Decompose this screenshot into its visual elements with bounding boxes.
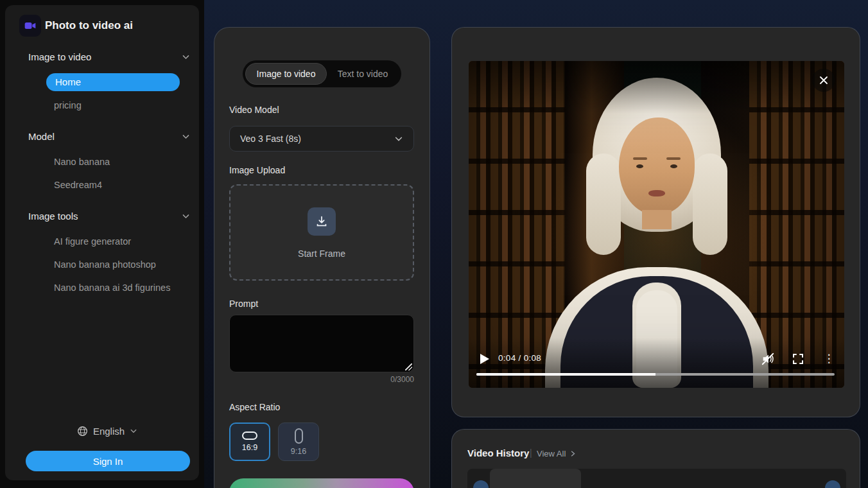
controls-shade: [469, 338, 844, 388]
chevron-down-icon: [182, 53, 190, 61]
sidebar: Photo to video ai Image to video Home pr…: [5, 5, 199, 480]
view-all-link[interactable]: View All: [537, 449, 577, 458]
history-thumbnail[interactable]: [490, 469, 581, 488]
portrait-ratio-icon: [295, 428, 303, 444]
chevron-down-icon: [182, 212, 190, 220]
aspect-ratio-value: 16:9: [242, 443, 257, 452]
sidebar-item-nano-banana-photoshop[interactable]: Nano banana photoshop: [54, 258, 189, 271]
chevron-down-icon: [394, 134, 403, 143]
prompt-input[interactable]: [229, 315, 414, 372]
view-all-label: View All: [537, 449, 566, 458]
tab-text-to-video[interactable]: Text to video: [327, 63, 399, 85]
generate-button[interactable]: [229, 478, 414, 488]
video-model-label: Video Model: [229, 105, 279, 115]
landscape-ratio-icon: [242, 431, 257, 440]
sidebar-section-model[interactable]: Model: [28, 130, 190, 143]
prompt-label: Prompt: [229, 299, 258, 309]
tab-image-to-video[interactable]: Image to video: [245, 63, 327, 85]
chevron-down-icon: [130, 427, 137, 435]
play-button[interactable]: [478, 352, 492, 366]
sidebar-item-home[interactable]: Home: [46, 73, 180, 91]
video-model-value: Veo 3 Fast (8s): [240, 134, 301, 144]
download-icon: [315, 214, 329, 229]
video-progress-bar[interactable]: [476, 373, 835, 376]
video-camera-icon: [24, 19, 37, 32]
close-icon: [819, 76, 828, 85]
play-icon: [480, 353, 490, 365]
upload-icon-button[interactable]: [308, 207, 336, 236]
video-player[interactable]: [469, 61, 844, 388]
sidebar-item-pricing[interactable]: pricing: [54, 99, 189, 112]
fullscreen-button[interactable]: [790, 351, 806, 367]
sidebar-item-seedream4[interactable]: Seedream4: [54, 179, 189, 191]
aspect-ratio-16-9-button[interactable]: 16:9: [229, 423, 270, 461]
sidebar-section-label: Image to video: [28, 51, 91, 62]
aspect-ratio-9-16-button[interactable]: 9:16: [278, 423, 319, 461]
video-history-title: Video History: [467, 448, 529, 458]
time-display: 0:04 / 0:08: [498, 353, 541, 363]
sidebar-item-nano-banana-3d-figurines[interactable]: Nano banana ai 3d figurines: [54, 281, 189, 294]
muted-speaker-icon: [761, 352, 775, 366]
video-progress-fill: [476, 373, 655, 376]
app-window: Photo to video ai Image to video Home pr…: [0, 0, 868, 488]
character-counter: 0/3000: [229, 375, 414, 384]
sidebar-section-image-to-video[interactable]: Image to video: [28, 50, 190, 63]
sidebar-item-nano-banana[interactable]: Nano banana: [54, 155, 189, 168]
language-label: English: [93, 426, 125, 437]
aspect-ratio-value: 9:16: [291, 447, 306, 456]
title-divider: |: [530, 448, 532, 458]
sidebar-section-label: Image tools: [28, 211, 78, 222]
kebab-menu-icon[interactable]: ⋮: [823, 351, 835, 367]
sidebar-section-label: Model: [28, 131, 55, 142]
app-title: Photo to video ai: [45, 19, 133, 32]
aspect-ratio-label: Aspect Ratio: [229, 402, 280, 412]
textarea-resize-handle[interactable]: [405, 363, 412, 370]
sign-in-button[interactable]: Sign In: [26, 451, 190, 471]
mute-button[interactable]: [759, 351, 776, 367]
language-selector[interactable]: English: [5, 424, 209, 438]
image-upload-label: Image Upload: [229, 165, 285, 175]
close-video-button[interactable]: [812, 69, 835, 92]
app-logo: [19, 15, 41, 37]
sidebar-item-ai-figure-generator[interactable]: AI figure generator: [54, 235, 189, 248]
fullscreen-icon: [792, 353, 804, 365]
chevron-right-icon: [569, 450, 577, 457]
video-model-select[interactable]: Veo 3 Fast (8s): [229, 126, 414, 152]
globe-icon: [77, 426, 88, 437]
chevron-down-icon: [182, 132, 190, 141]
start-frame-label: Start Frame: [229, 248, 414, 259]
sidebar-section-image-tools[interactable]: Image tools: [28, 209, 190, 222]
